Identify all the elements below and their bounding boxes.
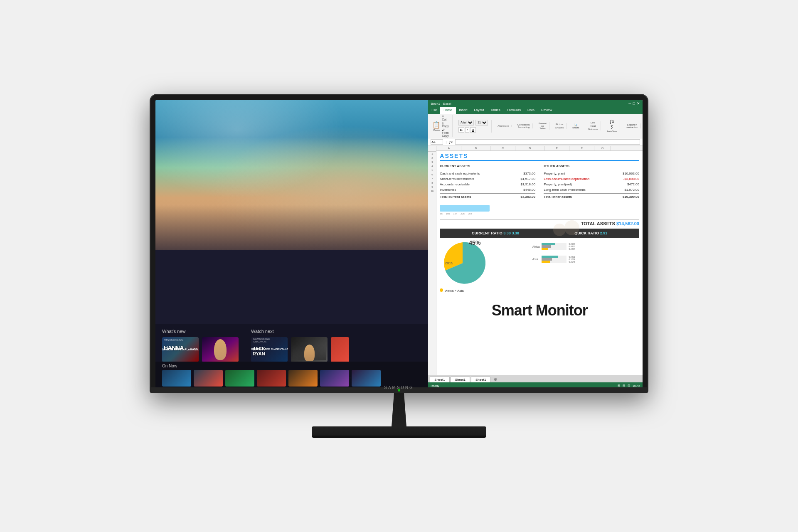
minimize-btn[interactable]: ─: [628, 101, 631, 106]
menu-insert[interactable]: Insert: [456, 107, 471, 114]
current-ratio-value: 3.38: [503, 231, 511, 235]
formula-bar: | ƒx: [428, 138, 643, 146]
bar-chart-container: Africa Asia: [532, 240, 639, 298]
menu-layout[interactable]: Layout: [471, 107, 488, 114]
on-now-thumb-6[interactable]: [320, 370, 349, 387]
copy-btn[interactable]: ⎘ Copy: [442, 122, 450, 128]
autosum-btn[interactable]: AutoSum: [607, 130, 617, 133]
font-family-select[interactable]: Arial: [458, 120, 474, 126]
cut-btn[interactable]: ✂ Cut: [442, 115, 450, 121]
sheet1-tab[interactable]: Sheet1: [430, 377, 449, 382]
formula-input[interactable]: [455, 139, 640, 145]
column-headers: A B C D E F G: [436, 146, 643, 151]
add-sheet-btn[interactable]: ⊕: [491, 376, 500, 382]
charts-section: 45% 2015 Africa + Asia: [440, 240, 639, 298]
excel-titlebar: Book1 - Excel ─ □ ✕: [428, 100, 643, 107]
menu-home[interactable]: Home: [440, 107, 456, 114]
partial-card[interactable]: [331, 337, 349, 362]
function-btn[interactable]: ƒx: [610, 119, 614, 124]
menu-review[interactable]: Review: [538, 107, 555, 114]
legend-dot-africa-asia: [440, 288, 443, 292]
tv-screen: What's new AMAZON ORIGINAL HANNA: [155, 100, 428, 389]
progress-bar-visual: [440, 205, 490, 212]
africa-label: Africa: [532, 240, 540, 253]
view-break-btn[interactable]: ⊡: [628, 384, 630, 387]
excel-tabs: Sheet1 Sheet1 Sheet1 ⊕: [428, 375, 643, 382]
cell-reference-input[interactable]: [431, 139, 443, 145]
view-normal-btn[interactable]: ⊞: [618, 384, 620, 387]
paste-btn[interactable]: 📋 Paste: [432, 121, 441, 131]
samsung-brand-label: SAMSUNG: [384, 385, 414, 390]
on-now-thumb-2[interactable]: [194, 370, 223, 387]
spreadsheet-data: ASSETS CURRENT ASSETS Cash and cash equi…: [436, 151, 643, 375]
bar-groups: 0.8656 0.4856: [542, 240, 639, 265]
hanna-card[interactable]: AMAZON ORIGINAL HANNA: [162, 337, 199, 362]
total-other-row: Total other assets $10,309.00: [544, 193, 639, 200]
watch-next-label: Watch next: [251, 329, 349, 334]
menu-data[interactable]: Data: [524, 107, 538, 114]
heat-btn[interactable]: Heat: [590, 125, 596, 127]
underline-btn[interactable]: U: [470, 127, 476, 133]
view-page-btn[interactable]: ⊟: [623, 384, 625, 387]
monitor-neck: [387, 393, 411, 426]
sheet2-tab[interactable]: Sheet1: [451, 377, 470, 382]
depreciation-row: Less accumulated depreciation -$3,098.00: [544, 176, 639, 182]
on-now-thumb-7[interactable]: [352, 370, 381, 387]
quick-ratio-value: 2.91: [600, 231, 608, 235]
line-btn[interactable]: Line: [591, 121, 595, 124]
world-map-bg: [545, 219, 582, 240]
asia-bar-3: 0.3145: [542, 261, 639, 263]
excel-screen: Book1 - Excel ─ □ ✕ File Home Insert Lay…: [428, 100, 643, 389]
current-assets-col: CURRENT ASSETS Cash and cash equivalents…: [440, 164, 535, 200]
whats-new-section: What's new AMAZON ORIGINAL HANNA: [162, 329, 239, 362]
man-card[interactable]: [291, 337, 328, 362]
sum-btn[interactable]: ∑: [611, 125, 613, 129]
smart-monitor-heading: Smart Monitor: [440, 298, 639, 323]
monitor-base: [312, 426, 486, 438]
menu-file[interactable]: File: [428, 107, 440, 114]
maximize-btn[interactable]: □: [633, 101, 635, 106]
statusbar-right: ⊞ ⊟ ⊡ 100%: [618, 384, 640, 387]
font-size-select[interactable]: 11: [475, 120, 488, 126]
row-numbers: 1 2 3 4 5 6 7 8 9 10: [428, 146, 436, 375]
conditional-formatting-btn[interactable]: ConditionalFormatting: [517, 123, 530, 128]
pie-region-label: Africa + Asia: [445, 289, 464, 293]
bold-btn[interactable]: B: [458, 127, 464, 133]
jackryan-card[interactable]: AMAZON ORIGINALTOM CLANCY'S JACKRYAN: [251, 337, 288, 362]
excel-filename: Book1 - Excel: [431, 102, 451, 106]
italic-btn[interactable]: I: [465, 127, 469, 133]
menu-tables[interactable]: Tables: [488, 107, 504, 114]
expand-group: Expand /contraction: [623, 123, 641, 128]
format-painter-btn[interactable]: 🖌 Form Copy: [442, 128, 450, 137]
clipboard-group: 📋 Paste ✂ Cut ⎘ Copy 🖌 Form Copy: [430, 115, 453, 137]
on-now-thumb-1[interactable]: [162, 370, 191, 387]
on-now-thumb-4[interactable]: [257, 370, 286, 387]
menu-formulas[interactable]: Formulas: [504, 107, 524, 114]
picture-btn[interactable]: Picture: [556, 123, 564, 126]
sparklines-group: Line Heat Outcome: [586, 121, 601, 131]
on-now-thumbs: [162, 370, 421, 387]
formula-bar-separator: |: [446, 140, 446, 144]
pie-chart-container: 45% 2015 Africa + Asia: [440, 240, 529, 298]
shapes-btn[interactable]: Shapes: [555, 126, 564, 129]
on-now-thumb-5[interactable]: [288, 370, 318, 387]
current-ratio-section: CURRENT RATIO 3.38 3.38: [472, 231, 519, 235]
expand-btn[interactable]: Expand /contraction: [626, 123, 638, 128]
property-plant-row: Property, plant $10,963.00: [544, 171, 639, 176]
format-as-table-btn[interactable]: Format asTable: [539, 122, 547, 130]
current-assets-header: CURRENT ASSETS: [440, 164, 535, 169]
on-now-thumb-3[interactable]: [225, 370, 254, 387]
fx-label: ƒx: [449, 140, 452, 144]
other-assets-col: OTHER ASSETS Property, plant $10,963.00 …: [544, 164, 639, 200]
on-now-label: On Now: [162, 364, 421, 368]
font-style-btns: B I U: [458, 127, 476, 133]
person-card[interactable]: [202, 337, 239, 362]
outcome-btn[interactable]: Outcome: [588, 128, 598, 131]
zoom-level: 100%: [633, 384, 640, 387]
total-assets-row: TOTAL ASSETS $14,562.00: [440, 219, 639, 226]
svg-point-1: [564, 220, 579, 235]
charts-btn[interactable]: 📊charts: [572, 123, 579, 129]
sheet3-tab[interactable]: Sheet1: [471, 377, 490, 382]
bar-chart-area: Africa Asia: [532, 240, 639, 265]
close-btn[interactable]: ✕: [637, 101, 640, 106]
